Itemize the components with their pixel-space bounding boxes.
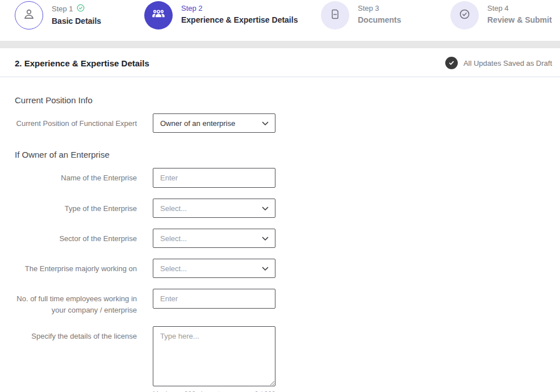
field-license-details: Specify the details of the license Maxim… <box>15 326 560 392</box>
step1-title: Basic Details <box>52 16 101 26</box>
current-position-select[interactable]: Owner of an enterprise <box>153 113 275 133</box>
enterprise-sector-value: Select... <box>160 234 187 243</box>
current-position-label: Current Position of Functional Expert <box>15 113 137 133</box>
step2-label: Step 2 <box>181 4 298 12</box>
step3-label: Step 3 <box>358 4 401 12</box>
license-details-label: Specify the details of the license <box>15 326 137 392</box>
field-employee-count: No. of full time employees working in yo… <box>15 289 560 315</box>
step1-completed-check-icon <box>77 4 85 14</box>
enterprise-working-on-label: The Enterprise majorly working on <box>15 259 137 278</box>
field-enterprise-sector: Sector of the Enterprise Select... <box>15 229 560 248</box>
chevron-down-icon <box>262 118 269 128</box>
save-status-text: All Updates Saved as Draft <box>463 59 552 68</box>
wizard-stepper: Step 1 Basic Details <box>0 0 560 41</box>
chevron-down-icon <box>262 203 269 213</box>
employee-count-label: No. of full time employees working in yo… <box>15 289 137 315</box>
enterprise-sector-select[interactable]: Select... <box>153 229 275 248</box>
enterprise-sector-label: Sector of the Enterprise <box>15 229 137 248</box>
step3-circle <box>321 1 349 29</box>
step2-circle <box>144 1 173 29</box>
chevron-down-icon <box>262 233 269 243</box>
person-icon <box>22 7 36 24</box>
enterprise-type-label: Type of the Enterprise <box>15 199 137 218</box>
check-circle-icon <box>458 7 471 23</box>
save-status: All Updates Saved as Draft <box>445 57 552 69</box>
step-experience-details[interactable]: Step 2 Experience & Expertise Details <box>144 1 298 29</box>
section-divider-band <box>0 41 560 48</box>
section-heading-current-position: Current Position Info <box>15 95 560 105</box>
document-icon <box>328 7 342 23</box>
employee-count-input[interactable] <box>153 289 275 309</box>
enterprise-working-on-select[interactable]: Select... <box>153 259 275 278</box>
saved-check-icon <box>445 57 458 69</box>
field-current-position: Current Position of Functional Expert Ow… <box>15 113 560 133</box>
step4-label: Step 4 <box>487 4 552 12</box>
current-position-value: Owner of an enterprise <box>160 119 235 128</box>
license-details-textarea[interactable] <box>153 326 275 386</box>
step-review-submit[interactable]: Step 4 Review & Submit <box>450 1 552 29</box>
section-heading-if-owner: If Owner of an Enterprise <box>15 150 560 159</box>
enterprise-name-input[interactable] <box>153 168 275 188</box>
enterprise-type-select[interactable]: Select... <box>153 199 275 218</box>
step-documents[interactable]: Step 3 Documents <box>321 1 401 29</box>
step4-title: Review & Submit <box>487 15 552 24</box>
step-basic-details[interactable]: Step 1 Basic Details <box>15 1 101 29</box>
experience-form: Current Position Info Current Position o… <box>0 95 560 392</box>
step1-label: Step 1 <box>52 5 73 13</box>
step2-title: Experience & Expertise Details <box>181 15 298 24</box>
enterprise-working-on-value: Select... <box>160 264 187 273</box>
chevron-down-icon <box>262 263 269 273</box>
step1-circle <box>15 1 43 29</box>
page-title: 2. Experience & Expertise Details <box>15 58 149 68</box>
field-enterprise-name: Name of the Enterprise <box>15 168 560 188</box>
step3-title: Documents <box>358 15 401 24</box>
groups-icon <box>151 7 166 24</box>
field-enterprise-working-on: The Enterprise majorly working on Select… <box>15 259 560 278</box>
step4-circle <box>450 1 479 29</box>
field-enterprise-type: Type of the Enterprise Select... <box>15 199 560 218</box>
enterprise-name-label: Name of the Enterprise <box>15 168 137 188</box>
section-title-row: 2. Experience & Expertise Details All Up… <box>0 48 560 77</box>
enterprise-type-value: Select... <box>160 204 187 213</box>
